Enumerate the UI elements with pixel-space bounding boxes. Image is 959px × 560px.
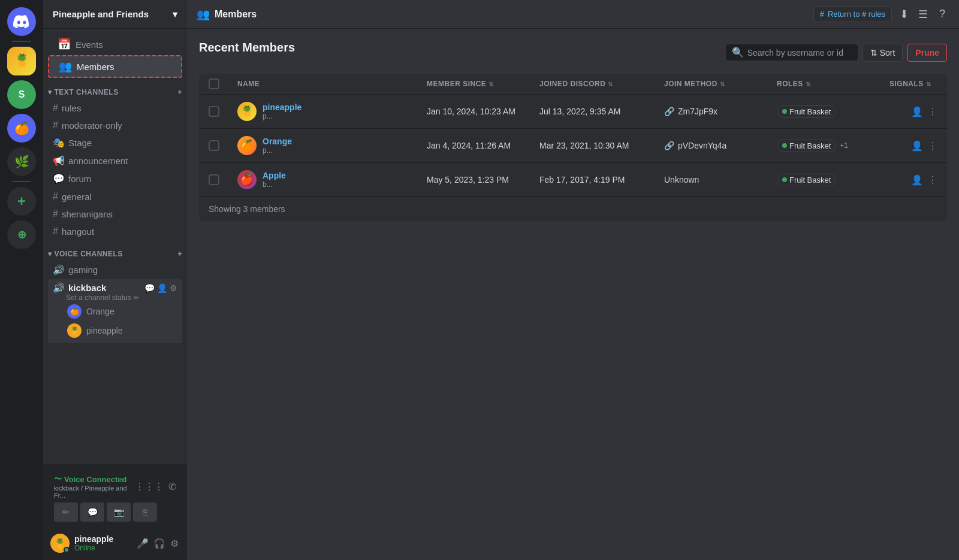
col-member-since[interactable]: MEMBER SINCE ⇅ [427,80,535,88]
server-name-label: Pineapple and Friends [53,9,149,19]
apple-checkbox[interactable] [209,174,219,185]
channel-gaming[interactable]: 🔊 gaming [48,261,182,279]
kickback-chat-icon[interactable]: 💬 [144,283,155,293]
member-search-box[interactable]: 🔍 [726,44,858,60]
member-search-input[interactable] [747,48,852,57]
orange-signals: 👤 ⋮ [889,140,937,152]
voice-wave-icon[interactable]: ⋮⋮⋮ [135,481,164,492]
pineapple-roles: Fruit Basket [777,105,885,118]
col-join-method[interactable]: JOIN METHOD ⇅ [664,80,772,88]
explore-servers-icon[interactable]: ⊕ [7,220,36,249]
col-joined-discord[interactable]: JOINED DISCORD ⇅ [539,80,659,88]
voice-disconnect-icon[interactable]: ✆ [168,481,176,492]
inbox-icon[interactable]: ☰ [916,7,930,22]
apple-role-label: Fruit Basket [789,175,831,184]
sidebar-item-members[interactable]: 👥 Members [48,55,182,78]
orange-role-plus: +1 [840,141,848,150]
join-method-sort-icon: ⇅ [720,81,725,87]
channel-kickback[interactable]: 🔊 kickback 💬 👤 ⚙ Set a channel status ✏ … [48,279,182,343]
pineapple-role-badge[interactable]: Fruit Basket [777,105,836,118]
channel-announcement[interactable]: 📢 announcement [48,152,182,169]
kickback-invite-icon[interactable]: 👤 [157,283,167,293]
server-divider-2 [12,181,31,182]
server-avatar-icon[interactable]: 🍊 [7,114,36,143]
orange-add-member-icon[interactable]: 👤 [911,140,923,152]
add-voice-channel-icon[interactable]: + [177,250,182,258]
orange-checkbox[interactable] [209,140,219,151]
moderator-only-label: moderator-only [62,120,122,131]
server-name-header[interactable]: Pineapple and Friends ▾ [43,0,187,29]
pineapple-more-icon[interactable]: ⋮ [928,106,937,117]
roles-col-label: ROLES [777,80,803,88]
return-to-rules-button[interactable]: # Return to # rules [813,6,892,22]
user-headphone-icon[interactable]: 🎧 [152,537,167,550]
showing-members-text: Showing 3 members [199,197,947,221]
channel-rules[interactable]: # rules [48,99,182,116]
download-icon[interactable]: ⬇ [897,7,911,22]
orange-join-code: pVDevnYq4a [678,141,726,150]
sort-label: Sort [880,48,895,57]
sort-button[interactable]: ⇅ Sort [863,44,903,62]
channel-general[interactable]: # general [48,188,182,205]
voice-action-pencil[interactable]: ✏ [54,503,78,522]
signals-col-label: SIGNALS [889,80,924,88]
gaming-voice-icon: 🔊 [53,264,65,276]
orange-join-link-icon: 🔗 [664,141,674,150]
main-header: 👥 Members # Return to # rules ⬇ ☰ ? [187,0,959,29]
apple-add-member-icon[interactable]: 👤 [911,174,923,186]
orange-username: p... [263,146,292,155]
col-name[interactable]: NAME [237,80,422,88]
apple-display-name[interactable]: Apple [263,171,286,180]
col-signals[interactable]: SIGNALS ⇅ [889,80,937,88]
kickback-voice-icon: 🔊 [53,282,65,293]
kickback-settings-icon[interactable]: ⚙ [170,283,177,293]
channel-stage[interactable]: 🎭 Stage [48,134,182,152]
pineapple-checkbox[interactable] [209,106,219,117]
help-icon[interactable]: ? [935,7,949,22]
pineapple-display-name[interactable]: pineapple [263,102,301,112]
orange-more-icon[interactable]: ⋮ [928,140,937,152]
pineapple-add-member-icon[interactable]: 👤 [911,106,923,117]
add-server-icon[interactable]: + [7,187,36,216]
server-pineapple-icon[interactable]: 🍍 [7,47,36,75]
voice-action-chat[interactable]: 💬 [80,503,104,522]
main-content: 👥 Members # Return to # rules ⬇ ☰ ? Rece… [187,0,959,560]
server-dropdown-icon: ▾ [173,9,177,20]
add-text-channel-icon[interactable]: + [177,88,182,96]
voice-action-camera[interactable]: 📷 [107,503,131,522]
orange-roles: Fruit Basket +1 [777,140,885,152]
kickback-edit-icon[interactable]: ✏ [134,294,139,302]
apple-more-icon[interactable]: ⋮ [928,174,937,186]
server-sidebar: 🍍 S 🍊 🌿 + ⊕ [0,0,43,560]
pineapple-name-cell: 🍍 pineapple p... [237,102,422,121]
voice-member-pineapple[interactable]: 🍍 pineapple [53,321,177,340]
channel-forum[interactable]: 💬 forum [48,170,182,187]
channel-moderator-only[interactable]: # moderator-only [48,117,182,134]
user-mic-icon[interactable]: 🎤 [135,537,150,550]
select-all-checkbox[interactable] [209,78,219,89]
channel-shenanigans[interactable]: # shenanigans [48,205,182,222]
server-dot-icon[interactable]: 🌿 [7,147,36,176]
user-settings-icon[interactable]: ⚙ [169,537,180,550]
prune-button[interactable]: Prune [907,44,947,62]
server-green-icon[interactable]: S [7,80,36,109]
discord-icon[interactable] [7,7,36,36]
voice-action-share[interactable]: ⎘ [133,503,157,522]
user-profile[interactable]: 🍍 pineapple Online 🎤 🎧 ⚙ [48,531,182,555]
orange-role-badge[interactable]: Fruit Basket [777,140,836,152]
kickback-status-text: Set a channel status [66,293,131,302]
pineapple-username: p... [263,112,301,120]
voice-channels-section[interactable]: ▾ VOICE CHANNELS + [43,240,187,261]
text-channels-section[interactable]: ▾ TEXT CHANNELS + [43,78,187,99]
apple-role-badge[interactable]: Fruit Basket [777,174,836,186]
events-label: Events [76,40,103,50]
voice-actions: ✏ 💬 📷 ⎘ [54,503,176,522]
forum-label: forum [68,174,91,184]
voice-member-orange[interactable]: 🍊 Orange [53,302,177,321]
orange-display-name[interactable]: Orange [263,137,292,146]
sidebar-item-events[interactable]: 📅 Events [48,34,182,55]
apple-member-since: May 5, 2023, 1:23 PM [427,175,535,184]
col-roles[interactable]: ROLES ⇅ [777,80,885,88]
channel-hangout[interactable]: # hangout [48,223,182,240]
user-display-name: pineapple [74,534,131,544]
